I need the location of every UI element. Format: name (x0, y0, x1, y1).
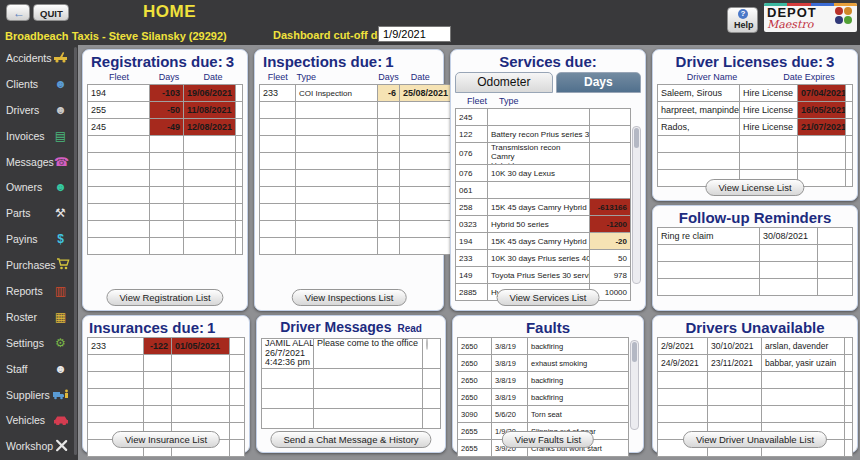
table-row[interactable]: 233COI Inspection-625/08/2021 (260, 85, 454, 102)
fleet-cell: 2650 (458, 389, 492, 406)
view-license-list-button[interactable]: View License List (705, 179, 804, 196)
table-row[interactable]: harpreet, manpinderHire License16/05/202… (658, 102, 853, 119)
help-button[interactable]: ? Help (727, 7, 758, 33)
read-checkbox[interactable] (426, 339, 428, 351)
value-cell: 978 (590, 267, 631, 284)
table-row[interactable]: 07610K 30 day Lexus (456, 165, 631, 182)
tab-odometer[interactable]: Odometer (455, 72, 553, 93)
car-icon (52, 414, 69, 427)
send-chat-message-button[interactable]: Send a Chat Message & History (270, 431, 431, 448)
dollar-icon: $ (52, 233, 69, 245)
table-row[interactable]: 149Toyota Prius Series 30 service978 (456, 267, 631, 284)
column-header: Date (187, 71, 239, 84)
table-row[interactable]: 30905/6/20Torn seat (458, 406, 629, 423)
sidebar-item-messages[interactable]: Messages ☎ (0, 149, 78, 175)
table-row[interactable]: 245-4912/08/2021 (88, 119, 243, 136)
driver-name-cell: harpreet, manpinder (658, 102, 740, 119)
sidebar-item-workshop[interactable]: Workshop (0, 433, 78, 459)
days-cell: -49 (150, 119, 184, 136)
sidebar-item-owners[interactable]: Owners ☻ (0, 174, 78, 200)
back-button[interactable]: ← (6, 4, 30, 21)
sidebar-item-suppliers[interactable]: Suppliers (0, 382, 78, 408)
table-row[interactable]: 26503/8/19backfiring (458, 372, 629, 389)
sidebar-item-staff[interactable]: Staff ☻ (0, 356, 78, 382)
table-row[interactable]: 26503/8/19backfiring (458, 338, 629, 355)
table-row[interactable]: Ring re claim30/08/2021 (658, 228, 853, 245)
table-row[interactable]: 233-12201/05/2021 (88, 338, 245, 355)
table-row[interactable]: 24/9/202123/11/2021babbar, yasir uzain (658, 355, 853, 372)
table-row[interactable]: Rados,Hire License21/07/2021 (658, 119, 853, 136)
driver-name-cell: Rados, (658, 119, 740, 136)
people-icon: ☻ (52, 78, 69, 90)
sidebar-item-drivers[interactable]: Drivers ☻ (0, 97, 78, 123)
table-row[interactable]: 194-10319/06/2021 (88, 85, 243, 102)
depot-maestro-logo: DEPOT Maestro (764, 3, 857, 32)
services-scrollbar[interactable] (632, 126, 641, 284)
truck-person-icon (52, 388, 69, 402)
sidebar-item-vehicles[interactable]: Vehicles (0, 407, 78, 433)
table-row[interactable]: 245 (456, 109, 631, 126)
date-cell: 5/6/20 (492, 406, 528, 423)
read-column-label: Read (397, 323, 421, 334)
table-row[interactable]: 19415K 45 days Camry Hybrid-20 (456, 233, 631, 250)
table-row (658, 279, 853, 296)
messages-title: Driver Messages (280, 319, 391, 335)
drivers-unavailable-panel: Drivers Unavailable 2/9/202130/10/2021ar… (652, 315, 858, 453)
days-cell: -6 (378, 85, 400, 102)
table-row (88, 389, 245, 406)
license-type-cell: Hire License (740, 85, 798, 102)
column-header: Driver Name (657, 71, 767, 84)
sidebar-item-accidents[interactable]: Accidents (0, 45, 78, 71)
table-row[interactable]: Saleem, SirousHire License07/04/2021 (658, 85, 853, 102)
registrations-count: 3 (226, 53, 234, 70)
sidebar-item-settings[interactable]: Settings ⚙ (0, 330, 78, 356)
sidebar-item-purchases[interactable]: Purchases (0, 252, 78, 278)
table-row[interactable]: 26503/8/19backfiring (458, 389, 629, 406)
table-row (260, 238, 454, 255)
view-inspections-list-button[interactable]: View Inspections List (292, 289, 407, 306)
tab-days[interactable]: Days (556, 72, 641, 93)
sidebar-item-invoices[interactable]: Invoices ▤ (0, 123, 78, 149)
sidebar-item-clients[interactable]: Clients ☻ (0, 71, 78, 97)
cutoff-date-input[interactable] (378, 26, 451, 42)
sidebar-item-reports[interactable]: Reports ▥ (0, 278, 78, 304)
driver-licenses-panel: Driver Licenses due:3 Driver NameDate Ex… (652, 49, 858, 201)
table-row (88, 238, 243, 255)
table-row (88, 170, 243, 187)
view-driver-unavailable-list-button[interactable]: View Driver Unavailable List (683, 431, 827, 448)
view-services-list-button[interactable]: View Services List (497, 289, 600, 306)
table-row (658, 389, 853, 406)
column-header: Fleet (259, 71, 297, 84)
faults-scrollbar[interactable] (630, 340, 639, 430)
quit-button[interactable]: QUIT (33, 4, 69, 21)
table-row[interactable]: 0323Hybrid 50 series-1200 (456, 216, 631, 233)
reminder-date-cell: 30/08/2021 (760, 228, 818, 245)
cart-icon (56, 258, 70, 272)
table-row[interactable]: 061 (456, 182, 631, 199)
sidebar-scrollbar[interactable] (74, 47, 77, 455)
calendar-icon: ▦ (52, 311, 69, 323)
table-row[interactable]: 076Transmission recon CamryHybrid (456, 143, 631, 165)
view-registration-list-button[interactable]: View Registration List (106, 289, 223, 306)
table-row[interactable]: 25815K 45 days Camry Hybrid-613166 (456, 199, 631, 216)
column-header: Type (499, 95, 559, 108)
sidebar-item-payins[interactable]: Payins $ (0, 226, 78, 252)
sidebar-item-parts[interactable]: Parts ⚒ (0, 200, 78, 226)
fleet-cell: 233 (260, 85, 296, 102)
table-row[interactable]: 23310K 30 days Prius series 4050 (456, 250, 631, 267)
sidebar-item-roster[interactable]: Roster ▦ (0, 304, 78, 330)
view-insurance-list-button[interactable]: View Insurance List (112, 431, 220, 448)
table-row[interactable]: 255-5011/08/2021 (88, 102, 243, 119)
table-row[interactable]: JAMIL ALALI26/7/20214:42:36 pm Please co… (262, 339, 441, 369)
fleet-cell: 0323 (456, 216, 488, 233)
table-row[interactable]: 26503/8/19exhaust smoking (458, 355, 629, 372)
view-faults-list-button[interactable]: View Faults List (502, 431, 594, 448)
to-date-cell: 23/11/2021 (708, 355, 762, 372)
table-row[interactable]: 122Battery recon Prius series 30 (456, 126, 631, 143)
sidebar-item-label: Payins (6, 233, 38, 245)
date-expires-cell: 21/07/2021 (798, 119, 846, 136)
days-cell: -50 (150, 102, 184, 119)
type-cell: Transmission recon CamryHybrid (488, 143, 590, 165)
table-row[interactable]: 2/9/202130/10/2021arslan, davender (658, 338, 853, 355)
date-cell: 12/08/2021 (184, 119, 236, 136)
